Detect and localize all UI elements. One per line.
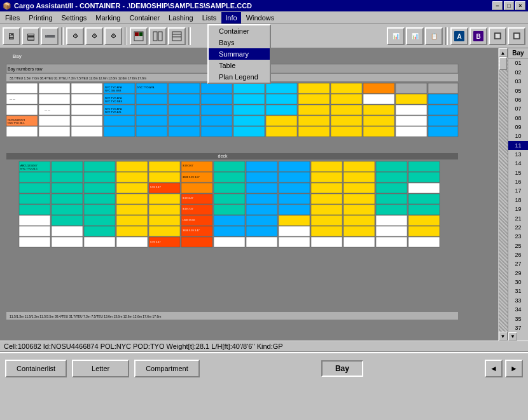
toolbar-btn-r4[interactable]: A [450,27,468,45]
toolbar-btn-5[interactable]: ⚙ [85,27,103,45]
minimize-button[interactable]: − [492,1,503,10]
bay-22[interactable]: 22 [508,223,528,232]
dropdown-bays[interactable]: Bays [209,37,270,48]
toolbar-btn-2[interactable]: ▤ [22,27,39,45]
scroll-track[interactable] [499,57,508,332]
bay-30[interactable]: 30 [508,278,528,287]
bay-29[interactable]: 29 [508,269,528,278]
compartment-button[interactable]: Compartment [134,360,200,377]
svg-rect-93 [266,126,297,137]
svg-rect-77 [201,116,232,126]
svg-rect-156 [344,194,375,204]
scroll-down-arrow[interactable]: ▼ [499,332,508,341]
svg-rect-2 [139,32,142,36]
dropdown-plan-legend[interactable]: Plan Legend [209,71,270,83]
bay-11[interactable]: 11 [508,141,528,150]
scroll-thumb[interactable] [499,57,507,70]
menu-info[interactable]: Info [221,12,240,24]
svg-rect-144 [408,183,440,193]
bay-03[interactable]: 03 [508,77,528,86]
svg-rect-163 [149,205,180,215]
svg-rect-46 [266,94,297,104]
bay-19[interactable]: 19 [508,205,528,213]
svg-text:9.99 3.47: 9.99 3.47 [150,240,161,243]
svg-text:deck: deck [218,154,228,158]
toolbar-btn-4[interactable]: ⚙ [66,27,84,45]
bay-26[interactable]: 26 [508,250,528,259]
menu-settings[interactable]: Settings [58,12,91,24]
svg-rect-138 [214,183,245,193]
toolbar-btn-r5[interactable]: B [469,27,487,45]
svg-rect-81 [331,116,362,126]
toolbar-btn-r3[interactable]: 📋 [425,27,443,45]
bay-33[interactable]: 33 [508,296,528,305]
toolbar-btn-7[interactable] [130,27,148,45]
toolbar-btn-r1[interactable]: 📊 [387,27,405,45]
dropdown-container[interactable]: Container [209,25,270,37]
toolbar-btn-r7[interactable]: 🔲 [508,27,525,45]
toolbar-btn-1[interactable]: 🖥 [3,27,20,45]
bay-23[interactable]: 23 [508,232,528,241]
vertical-scrollbar[interactable]: ▲ ▼ [497,48,508,341]
containerlist-button[interactable]: Containerlist [5,360,67,377]
bay-34[interactable]: 34 [508,305,528,314]
menu-marking[interactable]: Marking [92,12,124,24]
svg-rect-172 [408,205,440,215]
bay-17[interactable]: 17 [508,186,528,195]
toolbar-btn-3[interactable]: ➖ [41,27,59,45]
svg-rect-31 [331,83,362,93]
bay-15[interactable]: 15 [508,168,528,177]
menu-windows[interactable]: Windows [242,12,279,24]
bay-07[interactable]: 07 [508,104,528,113]
svg-text:NYC TYO APA: NYC TYO APA [137,86,155,89]
menu-lashing[interactable]: Lashing [165,12,197,24]
maximize-button[interactable]: □ [504,1,514,10]
svg-rect-27 [201,83,232,93]
next-bay-button[interactable]: ► [505,360,523,377]
bay-scroll-down[interactable]: ▼ [508,332,517,341]
bay-06[interactable]: 06 [508,95,528,104]
svg-rect-182 [279,215,310,226]
bay-16[interactable]: 16 [508,177,528,186]
close-button[interactable]: × [515,1,525,10]
svg-rect-65 [331,105,362,115]
menu-files[interactable]: Files [1,12,24,24]
bay-27[interactable]: 27 [508,259,528,268]
menu-printing[interactable]: Printing [25,12,56,24]
svg-rect-188 [52,226,83,236]
bottom-nav: Containerlist Letter Compartment Bay ◄ ► [0,352,528,384]
bay-35[interactable]: 35 [508,314,528,323]
dropdown-summary[interactable]: Summary [209,48,270,60]
svg-rect-4 [158,32,162,41]
toolbar-btn-8[interactable] [149,27,167,45]
bay-25[interactable]: 25 [508,241,528,250]
toolbar-btn-6[interactable]: ⚙ [104,27,122,45]
svg-rect-43 [169,94,200,104]
bay-31[interactable]: 31 [508,287,528,295]
toolbar-btn-r2[interactable]: 📊 [406,27,424,45]
svg-rect-133 [84,183,115,193]
svg-rect-53 [39,105,70,115]
bay-09[interactable]: 09 [508,123,528,132]
letter-button[interactable]: Letter [72,360,129,377]
menu-lists[interactable]: Lists [198,12,221,24]
svg-rect-104 [52,161,83,172]
bay-02[interactable]: 02 [508,68,528,77]
prev-bay-button[interactable]: ◄ [485,360,503,377]
svg-rect-139 [246,183,277,193]
scroll-up-arrow[interactable]: ▲ [499,48,508,57]
dropdown-table[interactable]: Table [209,60,270,71]
bay-05[interactable]: 05 [508,86,528,95]
menu-container[interactable]: Container [125,12,163,24]
bay-14[interactable]: 14 [508,159,528,168]
toolbar-btn-r6[interactable]: 🔲 [489,27,506,45]
bay-08[interactable]: 08 [508,113,528,122]
bay-01[interactable]: 01 [508,58,528,67]
bay-18[interactable]: 18 [508,196,528,205]
bay-37[interactable]: 37 [508,323,528,332]
bay-10[interactable]: 10 [508,132,528,140]
bay-21[interactable]: 21 [508,213,528,222]
svg-rect-141 [311,183,342,193]
toolbar-btn-9[interactable] [168,27,186,45]
bay-13[interactable]: 13 [508,150,528,159]
